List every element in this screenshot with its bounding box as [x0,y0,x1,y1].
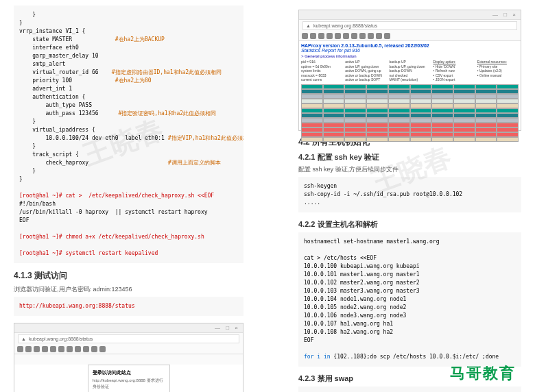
haproxy-info-col: active UPactive UP, going downactive DOW… [345,60,386,82]
right-column: — □ × ▲ kubeapi.wang.org:8888/status HAP… [298,5,521,392]
test-desc: 浏览器访问验证,用户名密码: admin:123456 [14,285,243,294]
haproxy-browser-window: — □ × ▲ kubeapi.wang.org:8888/status HAP… [298,10,521,131]
code-comment: #调用上面定义的脚本 [168,160,221,166]
toolbar-icon[interactable] [351,33,357,39]
modal-title: 登录以访问此站点 [93,369,165,376]
toolbar-icon[interactable] [318,33,324,39]
code-line: check_haproxy [19,160,88,166]
code-line: EOF [19,217,29,223]
haproxy-report-title: Statistics Report for pid 916 [301,48,519,53]
haproxy-info-col: pid = 916uptime = 0d 0h00msystem limitsm… [301,60,342,82]
code-line: cat > /etc/hosts <<EOF [304,255,377,261]
code-line: 10.0.0.100 kubeapi.wang.org kubeapi [304,263,420,269]
code-line: ssh-copy-id -i ~/.ssh/id_rsa.pub root@10… [304,191,462,197]
code-line: 10.0.0.103 master3.wang.org master3 [304,288,420,294]
code-line: authentication { [19,94,85,100]
haproxy-info-col: Display option:• Hide 'DOWN'• Refresh no… [433,60,475,82]
code-line: /usr/bin/killall -0 haproxy || systemctl… [19,209,208,215]
code-line: priority 100 [19,77,72,84]
code-line: } [19,168,36,174]
haproxy-stats-page: HAProxy version 2.0.13-2ubuntu0.5, relea… [299,41,521,130]
toolbar-icon[interactable] [368,33,374,39]
code-line: ..... [304,199,320,206]
toolbar-icon[interactable] [83,346,89,352]
code-line: 10.0.0.101 master1.wang.org master1 [304,271,420,278]
lock-icon: ▲ [306,23,311,28]
toolbar-icon[interactable] [99,346,106,352]
browser-toolbar [299,32,521,41]
browser-address-bar[interactable]: ▲ kubeapi.wang.org:8888/status [302,21,517,30]
code-line: virtual_ipaddress { [19,127,95,133]
heading-4-2-2: 4.2.2 设置主机名和解析 [298,219,521,230]
hosts-block: hostnamectl set-hostname master1.wang.or… [298,232,521,367]
browser-address-bar[interactable]: ▲ kubeapi.wang.org:8888/status [18,334,239,343]
code-line: interface eth0 [19,45,79,51]
browser-tab-bar[interactable] [299,10,521,20]
haproxy-stats-table [301,84,519,142]
code-line: [root@ha1 ~]# systemctl restart keepaliv… [19,250,158,256]
code-line: smtp_alert [19,61,65,67]
code-line: } [19,119,36,125]
login-browser-window: — □ × ▲ kubeapi.wang.org:8888/status 登录以… [14,323,243,392]
brand-logo: 马哥教育 [450,363,516,384]
toolbar-icon[interactable] [376,33,382,39]
toolbar-icon[interactable] [25,346,32,352]
code-comment: #在ha2上为80 [115,77,152,84]
toolbar-icon[interactable] [384,33,390,39]
code-line: 10.0.0.102 master2.wang.org master2 [304,280,420,286]
left-column: } } vrrp_instance VI_1 { state MASTER #在… [14,5,243,392]
toolbar-icon[interactable] [75,346,81,352]
code-line: track_script { [19,151,79,158]
toolbar-icon[interactable] [359,33,366,39]
code-line: vrrp_instance VI_1 { [19,28,85,34]
toolbar-icon[interactable] [34,346,40,352]
url-text: http://kubeapi.wang.org:8888/status [19,303,135,309]
code-line: {102..108};do scp /etc/hosts 10.0.0.$i:/… [331,354,499,360]
code-line: } [19,176,23,182]
toolbar-icon[interactable] [310,33,316,39]
toolbar-icon[interactable] [343,33,349,39]
swap-block: swapoff -a sed -i '/swap/s/^/#/' /etc/fs… [298,387,521,392]
code-line: } [19,143,36,149]
toolbar-icon[interactable] [326,33,333,39]
ssh-key-block: ssh-keygen ssh-copy-id -i ~/.ssh/id_rsa.… [298,177,521,212]
keepalived-config-block: } } vrrp_instance VI_1 { state MASTER #在… [14,5,243,263]
toolbar-icon[interactable] [91,346,97,352]
code-keyword: for i in [304,354,331,360]
code-comment: #指定验证密码,ha1和ha2此值必须相同 [119,110,217,117]
url-display: kubeapi.wang.org:8888/status [313,23,377,28]
code-line: hostnamectl set-hostname master1.wang.or… [304,238,439,245]
code-line: } [19,20,23,26]
browser-tab-bar[interactable] [14,323,243,333]
toolbar-icon[interactable] [50,346,56,352]
code-line: state MASTER [19,36,72,42]
code-line: garp_master_delay 10 [19,53,99,59]
haproxy-version: HAProxy version 2.0.13-2ubuntu0.5, relea… [301,43,519,48]
toolbar-icon[interactable] [335,33,341,39]
code-line: virtual_router_id 66 [19,69,99,75]
toolbar-icon[interactable] [302,33,308,39]
code-line: auth_pass 123456 [19,110,99,117]
window-controls[interactable]: — □ × [492,12,518,18]
toolbar-icon[interactable] [58,346,64,352]
haproxy-general-info: > General process information [301,54,519,58]
code-line: advert_int 1 [19,86,72,92]
haproxy-info-col: backup UPbackup UP, going downbackup DOW… [389,60,430,82]
code-line: 10.0.0.108 ha2.wang.org ha2 [304,329,393,335]
browser-toolbar [14,345,243,354]
haproxy-info-row: pid = 916uptime = 0d 0h00msystem limitsm… [301,60,519,82]
lock-icon: ▲ [21,336,26,341]
code-line: 10.0.0.104 node1.wang.org node1 [304,296,406,302]
code-comment: #在ha2上为BACKUP [115,36,165,42]
code-line: #!/bin/bash [19,201,56,207]
window-controls[interactable]: — □ × [215,325,240,331]
code-line: 10.0.0.106 node3.wang.org node3 [304,313,406,319]
toolbar-icon[interactable] [42,346,48,352]
code-comment: #指定虚拟路由器ID,ha1和ha2此值必须相同 [112,69,222,75]
modal-desc: http://kubeapi.wang.org:8888 要求进行身份验证 [93,378,165,390]
toolbar-icon[interactable] [17,346,23,352]
url-block: http://kubeapi.wang.org:8888/status [14,297,243,316]
heading-4-1-3: 4.1.3 测试访问 [14,270,243,282]
haproxy-info-col: External resources:• Primary site• Updat… [477,60,519,82]
toolbar-icon[interactable] [67,346,73,352]
